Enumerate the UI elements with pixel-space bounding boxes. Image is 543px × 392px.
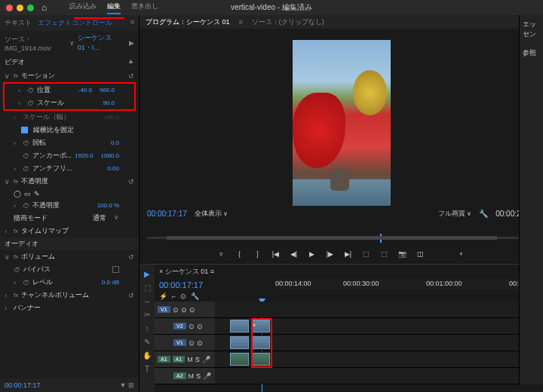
time-remap-section[interactable]: ›fx タイムリマップ [0,225,139,237]
wrench-icon[interactable]: 🔧 [191,292,199,300]
sequence-name[interactable]: シーケンス 01 [165,268,209,275]
checkbox-checked-icon[interactable] [21,127,28,133]
window-controls [6,5,34,11]
pen-tool-icon[interactable]: ✎ [141,335,153,348]
hand-tool-icon[interactable]: ✋ [141,349,153,361]
sequence-link[interactable]: シーケンス 01・I... [78,33,126,53]
go-to-out-icon[interactable]: ▶| [343,249,354,259]
reset-icon[interactable]: ↺ [128,178,134,185]
ellipse-mask-icon[interactable]: ◯ [14,190,21,198]
essential-title[interactable]: エッセン [523,20,540,39]
video-clip[interactable] [251,336,270,349]
snap-icon[interactable]: ⚡ [159,292,167,300]
panner-section[interactable]: › パンナー [0,302,139,314]
mark-out-icon[interactable]: } [253,249,263,259]
reset-icon[interactable]: ↺ [128,292,134,299]
opacity-value-property[interactable]: ›⏱ 不透明度 100.0 % [0,199,139,212]
level-property[interactable]: ›⏱ レベル 0.0 dB [0,276,139,289]
close-icon[interactable] [6,5,13,11]
rotation-property[interactable]: ›⏱ 回転 0.0 [0,136,139,149]
position-y-value[interactable]: 960.0 [100,87,115,93]
slip-tool-icon[interactable]: ↕ [141,322,153,334]
track-label-a1[interactable]: A1 [173,356,186,363]
timeline-timecode[interactable]: 00:00:17:17 [155,279,215,291]
blend-mode-property[interactable]: 描画モード 通常∨ [0,212,139,225]
audio-clip[interactable] [230,353,249,366]
step-forward-icon[interactable]: |▶ [325,249,336,259]
volume-section[interactable]: ∨fx ボリューム ↺ [0,250,139,263]
quality-select[interactable]: フル画質 ∨ [438,209,471,219]
mask-tools[interactable]: ◯ ▭ ✎ [0,188,139,199]
scale-property[interactable]: ›⏱ スケール 90.0 [5,96,134,109]
bypass-property[interactable]: ⏱ バイパス [0,263,139,276]
timeline-ruler[interactable]: 00:00:14:00 00:00:30:00 00:01:00:00 00:0… [275,279,543,289]
pen-mask-icon[interactable]: ✎ [34,190,40,198]
channel-volume-section[interactable]: ›fx チャンネルボリューム ↺ [0,289,139,302]
preview-controls: 00:00:17:17 全体表示 ∨ フル画質 ∨ 🔧 00:00:27:03 [140,206,543,222]
program-scrubber[interactable] [147,232,535,244]
selection-tool-icon[interactable]: ▶ [141,268,153,280]
play-icon[interactable]: ▶ [307,249,318,259]
lock-aspect-row[interactable]: 縦横比を固定 [0,124,139,136]
source-clip-label: ソース・IMG_1914.mov [5,35,66,52]
chevron-up-icon[interactable]: ▲ [127,57,134,67]
video-clip[interactable]: fx [251,320,270,332]
reset-icon[interactable]: ↺ [128,72,134,80]
track-patch-a1[interactable]: A1 [158,356,170,363]
program-timecode[interactable]: 00:00:17:17 [147,210,187,218]
tab-text[interactable]: テキスト [5,18,32,28]
wrench-icon[interactable]: 🔧 [479,210,488,218]
tab-program[interactable]: プログラム：シーケンス 01 [146,17,230,27]
mark-in-icon[interactable]: { [235,249,245,259]
tab-import[interactable]: 読み込み [69,2,97,14]
tab-edit[interactable]: 編集 [107,2,121,14]
timeline-tracks: V1⊙⊙⊙ V2⊙⊙ fx V1⊙⊙ [155,302,543,392]
track-label-v2[interactable]: V2 [173,323,186,329]
tab-effect-controls[interactable]: エフェクトコントロール [38,18,112,28]
type-tool-icon[interactable]: T [141,363,153,375]
track-patch-v1[interactable]: V1 [158,306,170,313]
ripple-tool-icon[interactable]: ↔ [141,295,153,307]
video-clip[interactable] [230,336,249,349]
play-icon[interactable]: ▶ [129,39,134,47]
anchor-property[interactable]: ⏱ アンカーポ... 1920.01080.0 [0,149,139,162]
go-to-in-icon[interactable]: |◀ [271,249,281,259]
video-preview[interactable] [293,40,391,206]
link-icon[interactable]: ⌐ [172,292,176,300]
rect-mask-icon[interactable]: ▭ [24,190,31,198]
maximize-icon[interactable] [27,5,34,11]
track-select-tool-icon[interactable]: ⬚ [141,281,153,293]
video-clip[interactable] [230,320,249,332]
lift-icon[interactable]: ⬚ [361,249,372,259]
home-icon[interactable]: ⌂ [41,2,47,13]
track-label-a2[interactable]: A2 [173,372,186,379]
minimize-icon[interactable] [17,5,23,11]
tab-export[interactable]: 書き出し [131,2,158,14]
marker-icon[interactable]: ⊙ [180,292,186,300]
export-frame-icon[interactable]: 📷 [397,249,408,259]
checkbox-icon[interactable] [112,266,119,273]
add-marker-icon[interactable]: ▿ [216,249,227,259]
track-v1-source: V1⊙⊙⊙ [155,302,543,318]
extract-icon[interactable]: ⬚ [379,249,390,259]
position-property[interactable]: ›⏱ 位置 -40.0960.0 [5,84,134,96]
antiflicker-property[interactable]: ›⏱ アンチフリ... 0.00 [0,162,139,175]
scale-value[interactable]: 90.0 [103,100,115,106]
audio-clip[interactable] [251,353,270,366]
opacity-section[interactable]: ∨fx 不透明度 ↺ [0,175,139,188]
compare-icon[interactable]: ◫ [416,249,426,259]
track-label-v1[interactable]: V1 [173,339,186,346]
panel-menu-icon[interactable]: ≡ [239,18,243,26]
timeline-tools: ▶ ⬚ ↔ ✂ ↕ ✎ ✋ T [140,265,155,392]
filter-icon[interactable]: ▼ ⊞ [120,381,134,389]
button-editor-icon[interactable]: + [456,249,467,259]
zoom-select[interactable]: 全体表示 ∨ [195,209,228,219]
razor-tool-icon[interactable]: ✂ [141,308,153,320]
position-x-value[interactable]: -40.0 [78,87,92,93]
tab-source[interactable]: ソース：(クリップなし) [252,17,324,27]
motion-section[interactable]: ∨fx モーション ↺ [0,69,139,82]
panel-menu-icon[interactable]: ≡ [130,18,134,28]
essential-browse[interactable]: 参照 [523,48,540,58]
step-back-icon[interactable]: ◀| [289,249,299,259]
reset-icon[interactable]: ↺ [128,253,134,261]
